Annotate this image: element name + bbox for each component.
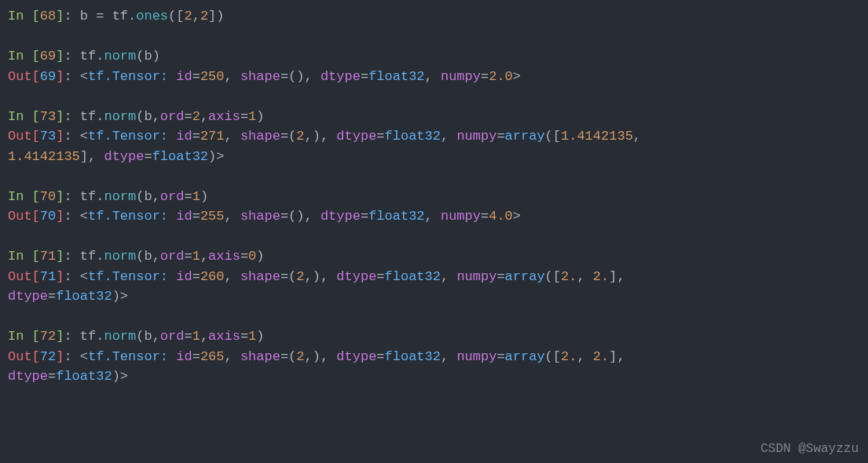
code-token: ] <box>609 269 617 284</box>
blank-line <box>8 307 860 327</box>
code-token: 250 <box>200 69 225 84</box>
code-token: ] <box>56 349 64 364</box>
code-token: [ <box>32 349 40 364</box>
code-token <box>168 69 176 84</box>
code-token: , <box>577 349 592 364</box>
code-token: 260 <box>200 269 225 284</box>
code-token: : <box>64 189 79 204</box>
code-token: norm <box>104 189 136 204</box>
code-token: , <box>152 189 160 204</box>
code-token: 1.4142135 <box>561 129 633 144</box>
code-token: 2. <box>593 349 609 364</box>
code-token: ] <box>56 249 64 264</box>
code-token: norm <box>104 109 136 124</box>
code-token: 2. <box>593 269 609 284</box>
code-token: In <box>8 9 32 24</box>
code-token: = <box>192 69 200 84</box>
code-token: , <box>152 249 160 264</box>
code-token: shape <box>240 269 280 284</box>
code-token: [ <box>32 129 40 144</box>
code-token: Out <box>8 69 32 84</box>
code-token: 70 <box>40 189 56 204</box>
code-token: = <box>48 369 56 384</box>
code-token: shape <box>240 209 280 224</box>
code-token: 2 <box>296 349 304 364</box>
code-token: dtype <box>336 129 376 144</box>
code-token: tf.Tensor: <box>88 209 168 224</box>
code-token: float32 <box>385 269 441 284</box>
code-token: ] <box>56 129 64 144</box>
code-token: Out <box>8 209 32 224</box>
code-token: ( <box>545 349 553 364</box>
code-token: numpy <box>441 69 481 84</box>
code-token: 71 <box>40 249 56 264</box>
code-token: ( <box>288 129 296 144</box>
code-token: 69 <box>40 49 56 64</box>
code-token: tf.Tensor: <box>88 269 168 284</box>
code-token: id <box>176 349 192 364</box>
code-token: 1 <box>192 189 200 204</box>
code-token: < <box>80 269 88 284</box>
code-token: float32 <box>56 369 112 384</box>
code-token: 2 <box>296 269 304 284</box>
code-token: , <box>577 269 592 284</box>
code-token: . <box>96 49 104 64</box>
code-token: = <box>481 209 489 224</box>
code-token: [ <box>32 69 40 84</box>
watermark-text: CSDN @Swayzzu <box>760 439 859 458</box>
code-token: dtype <box>336 349 376 364</box>
code-token: 73 <box>40 109 56 124</box>
code-token: ord <box>160 329 185 344</box>
code-token: Out <box>8 349 32 364</box>
code-token: , <box>224 269 240 284</box>
code-token: [ <box>32 249 40 264</box>
code-token: : <box>64 129 79 144</box>
code-token <box>168 129 176 144</box>
code-token: ) <box>208 149 216 164</box>
code-token: ) <box>112 369 120 384</box>
code-token: 69 <box>40 69 56 84</box>
code-token: = <box>376 269 384 284</box>
code-token: = <box>280 209 288 224</box>
code-token: float32 <box>368 209 424 224</box>
code-token: ord <box>160 249 185 264</box>
output-line: Out[73]: <tf.Tensor: id=271, shape=(2,),… <box>8 126 860 147</box>
code-token: = <box>361 209 368 224</box>
code-token: ( <box>545 129 553 144</box>
input-line: In [69]: tf.norm(b) <box>8 46 860 67</box>
code-token: ( <box>136 109 144 124</box>
code-token: tf.Tensor: <box>88 129 168 144</box>
code-token: , <box>224 129 240 144</box>
code-token: , <box>320 349 336 364</box>
code-token: , <box>200 249 208 264</box>
code-token: . <box>96 109 104 124</box>
input-line: In [70]: tf.norm(b,ord=1) <box>8 187 860 207</box>
code-token: ord <box>160 109 185 124</box>
code-token: , <box>617 349 632 364</box>
code-token: , <box>425 209 441 224</box>
code-token: , <box>200 329 208 344</box>
code-token: 73 <box>40 129 56 144</box>
code-token: , <box>224 209 240 224</box>
code-token: = <box>144 149 152 164</box>
code-token: axis <box>208 329 240 344</box>
input-line: In [72]: tf.norm(b,ord=1,axis=1) <box>8 326 860 347</box>
code-token: = <box>496 129 504 144</box>
code-token: ( <box>545 269 553 284</box>
code-token: tf <box>80 189 96 204</box>
code-token: 1 <box>192 249 200 264</box>
code-token: tf <box>80 329 96 344</box>
code-token: : <box>64 209 79 224</box>
code-token: = <box>280 269 288 284</box>
code-token: . <box>96 189 104 204</box>
code-token: 0 <box>248 249 256 264</box>
code-token: : <box>64 109 79 124</box>
output-line: Out[72]: <tf.Tensor: id=265, shape=(2,),… <box>8 347 860 367</box>
code-token: = <box>280 129 288 144</box>
output-line: Out[71]: <tf.Tensor: id=260, shape=(2,),… <box>8 267 860 287</box>
ipython-terminal[interactable]: In [68]: b = tf.ones([2,2])In [69]: tf.n… <box>8 6 860 387</box>
code-token: = <box>192 129 200 144</box>
code-token: In <box>8 49 32 64</box>
code-token: = <box>481 69 489 84</box>
code-token: = <box>376 129 384 144</box>
